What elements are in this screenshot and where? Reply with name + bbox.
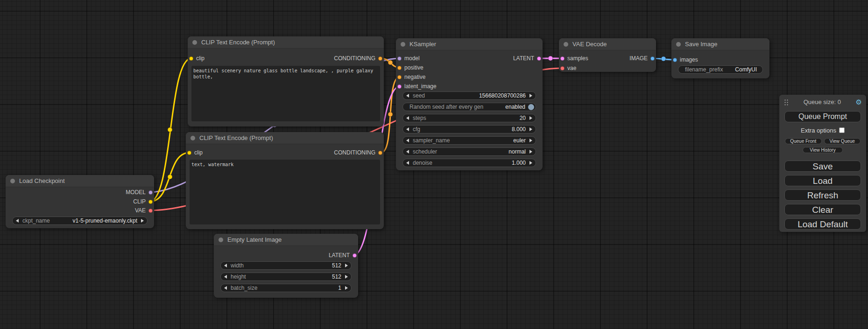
height-widget[interactable]: height 512 — [220, 273, 352, 281]
input-label: negative — [404, 74, 425, 80]
node-graph-canvas[interactable]: Load Checkpoint MODEL CLIP VAE ckpt_name… — [0, 0, 868, 329]
collapse-dot-icon[interactable] — [10, 179, 15, 183]
next-value-arrow-icon[interactable] — [529, 116, 532, 120]
output-port-latent[interactable] — [353, 253, 357, 258]
next-value-arrow-icon[interactable] — [345, 286, 348, 290]
width-widget[interactable]: width 512 — [220, 261, 352, 270]
prev-value-arrow-icon[interactable] — [406, 161, 409, 165]
next-value-arrow-icon[interactable] — [529, 94, 532, 98]
refresh-button[interactable]: Refresh — [784, 189, 861, 201]
filename-prefix-widget[interactable]: filename_prefix ComfyUI — [678, 65, 763, 74]
ckpt-name-widget[interactable]: ckpt_name v1-5-pruned-emaonly.ckpt — [12, 217, 148, 225]
widget-label: scheduler — [413, 148, 437, 155]
prev-value-arrow-icon[interactable] — [224, 275, 227, 279]
queue-prompt-button[interactable]: Queue Prompt — [784, 111, 861, 122]
random-seed-widget[interactable]: Random seed after every gen enabled — [402, 103, 536, 111]
input-port-latent-image[interactable] — [397, 84, 402, 89]
prev-value-arrow-icon[interactable] — [406, 116, 409, 120]
node-clip-text-encode-positive[interactable]: CLIP Text Encode (Prompt) clip CONDITION… — [188, 36, 384, 126]
view-history-button[interactable]: View History — [803, 147, 843, 153]
node-empty-latent-image[interactable]: Empty Latent Image LATENT width 512 heig… — [214, 234, 358, 298]
output-port-clip[interactable] — [148, 200, 153, 204]
collapse-dot-icon[interactable] — [564, 42, 568, 47]
drag-handle-icon[interactable] — [783, 98, 789, 105]
view-queue-button[interactable]: View Queue — [824, 138, 861, 144]
output-port-conditioning[interactable] — [378, 56, 382, 61]
output-port-image[interactable] — [650, 56, 655, 61]
next-value-arrow-icon[interactable] — [529, 139, 532, 142]
output-port-latent[interactable] — [537, 56, 541, 61]
input-port-samples[interactable] — [560, 56, 565, 61]
node-header[interactable]: CLIP Text Encode (Prompt) — [188, 36, 384, 49]
node-header[interactable]: VAE Decode — [559, 38, 656, 50]
next-value-arrow-icon[interactable] — [345, 264, 348, 267]
collapse-dot-icon[interactable] — [676, 42, 681, 47]
load-default-button[interactable]: Load Default — [784, 218, 861, 230]
input-label: clip — [196, 55, 205, 62]
collapse-dot-icon[interactable] — [192, 40, 197, 45]
next-value-arrow-icon[interactable] — [529, 127, 532, 131]
random-seed-toggle-knob[interactable] — [528, 104, 534, 110]
widget-label: steps — [413, 115, 426, 121]
cfg-widget[interactable]: cfg 8.000 — [402, 125, 536, 133]
prev-value-arrow-icon[interactable] — [224, 264, 227, 267]
collapse-dot-icon[interactable] — [401, 42, 405, 47]
node-header[interactable]: Empty Latent Image — [214, 234, 358, 246]
prev-value-arrow-icon[interactable] — [406, 94, 409, 98]
output-port-conditioning[interactable] — [378, 151, 382, 155]
input-port-model[interactable] — [397, 56, 402, 61]
widget-value: 512 — [332, 262, 341, 269]
queue-front-button[interactable]: Queue Front — [785, 138, 822, 144]
sampler-name-widget[interactable]: sampler_name euler — [402, 136, 536, 145]
steps-widget[interactable]: steps 20 — [402, 114, 536, 122]
output-port-vae[interactable] — [148, 209, 153, 213]
next-value-arrow-icon[interactable] — [529, 161, 532, 165]
node-clip-text-encode-negative[interactable]: CLIP Text Encode (Prompt) clip CONDITION… — [186, 132, 384, 229]
prompt-text-area[interactable]: text, watermark — [190, 160, 380, 224]
input-port-clip[interactable] — [189, 56, 193, 61]
node-save-image[interactable]: Save Image images filename_prefix ComfyU… — [671, 38, 769, 78]
prev-value-arrow-icon[interactable] — [406, 127, 409, 131]
clear-button[interactable]: Clear — [784, 204, 861, 215]
widget-label: cfg — [413, 126, 420, 133]
node-header[interactable]: CLIP Text Encode (Prompt) — [186, 132, 384, 144]
prompt-text-area[interactable]: beautiful scenery nature glass bottle la… — [191, 66, 380, 121]
wire-dot — [548, 56, 553, 61]
load-button[interactable]: Load — [784, 175, 861, 186]
prev-value-arrow-icon[interactable] — [406, 150, 409, 154]
widget-value: 8.000 — [512, 126, 526, 133]
queue-small-buttons-row: Queue Front View Queue — [779, 138, 866, 144]
input-port-negative[interactable] — [397, 75, 402, 79]
prev-value-arrow-icon[interactable] — [16, 219, 19, 223]
scheduler-widget[interactable]: scheduler normal — [402, 147, 536, 156]
node-header[interactable]: KSampler — [396, 38, 543, 50]
wire-dot — [661, 56, 666, 61]
collapse-dot-icon[interactable] — [191, 136, 195, 140]
node-title: Save Image — [685, 41, 717, 48]
prev-value-arrow-icon[interactable] — [224, 286, 227, 290]
save-button[interactable]: Save — [784, 161, 861, 172]
node-vae-decode[interactable]: VAE Decode samples vae IMAGE — [559, 38, 656, 72]
node-header[interactable]: Save Image — [671, 38, 769, 50]
settings-gear-icon[interactable]: ⚙ — [856, 98, 862, 105]
widget-label: batch_size — [231, 285, 257, 291]
node-load-checkpoint[interactable]: Load Checkpoint MODEL CLIP VAE ckpt_name… — [6, 175, 154, 228]
next-value-arrow-icon[interactable] — [141, 219, 144, 223]
next-value-arrow-icon[interactable] — [529, 150, 532, 154]
input-port-images[interactable] — [673, 58, 677, 62]
extra-options-checkbox[interactable] — [839, 127, 845, 133]
batch-size-widget[interactable]: batch_size 1 — [220, 284, 352, 292]
prev-value-arrow-icon[interactable] — [406, 139, 409, 142]
input-port-clip[interactable] — [187, 151, 191, 155]
next-value-arrow-icon[interactable] — [345, 275, 348, 279]
widget-label: Random seed after every gen — [409, 104, 483, 110]
collapse-dot-icon[interactable] — [219, 238, 223, 242]
input-port-positive[interactable] — [397, 66, 402, 70]
output-port-model[interactable] — [148, 190, 153, 195]
input-label: samples — [567, 55, 588, 62]
denoise-widget[interactable]: denoise 1.000 — [402, 159, 536, 167]
node-header[interactable]: Load Checkpoint — [6, 175, 154, 187]
input-port-vae[interactable] — [560, 66, 565, 70]
node-ksampler[interactable]: KSampler model positive negative latent_… — [396, 38, 543, 170]
seed-widget[interactable]: seed 156680208700286 — [402, 91, 536, 100]
